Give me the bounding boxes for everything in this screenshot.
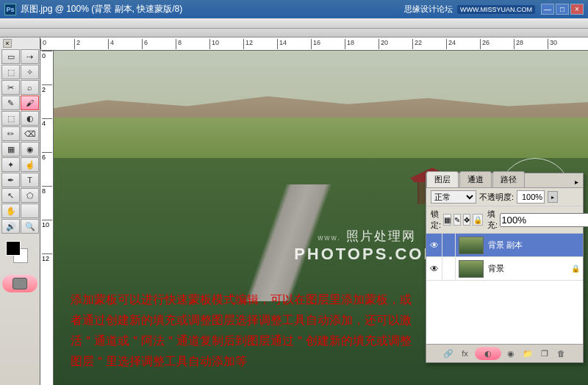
- brand-text: 思缘设计论坛: [404, 4, 453, 15]
- blur-tool[interactable]: ◉: [21, 142, 39, 156]
- panel-tabs: 图层 通道 路径 ▸: [426, 173, 583, 188]
- layer-thumb: [459, 260, 484, 278]
- titlebar: Ps 原图.jpg @ 100% (背景 副本, 快速蒙版/8) 思缘设计论坛 …: [0, 0, 588, 18]
- pen-tool[interactable]: ✒: [1, 173, 20, 187]
- blend-mode-select[interactable]: 正常: [431, 190, 476, 204]
- window-buttons: — □ ×: [541, 4, 584, 15]
- layer-link-cell[interactable]: [442, 257, 456, 281]
- watermark-cn: 照片处理网: [346, 229, 416, 243]
- notes-tool[interactable]: [21, 204, 39, 218]
- minimize-button[interactable]: —: [541, 4, 554, 15]
- watermark-www: www.: [318, 234, 341, 242]
- lasso-tool[interactable]: ⬚: [1, 65, 20, 79]
- gradient-tool[interactable]: ▦: [1, 142, 20, 156]
- shape-tool[interactable]: ⬠: [21, 188, 39, 203]
- brush-tool[interactable]: 🖌: [21, 96, 39, 110]
- layers-panel: 图层 通道 路径 ▸ 正常 不透明度: ▸ 锁定: ▦ ✎ ✥ 🔒 填充: ▸ …: [426, 173, 584, 363]
- opacity-label: 不透明度:: [479, 192, 514, 203]
- close-button[interactable]: ×: [570, 4, 584, 15]
- layer-item[interactable]: 👁背景🔒: [426, 257, 583, 281]
- new-layer-icon[interactable]: ❐: [537, 347, 552, 360]
- layer-panel-bottom: 🔗 fx ◐ ◉ 📁 ❐ 🗑: [426, 344, 583, 362]
- window-title: 原图.jpg @ 100% (背景 副本, 快速蒙版/8): [21, 3, 404, 15]
- layer-name: 背景: [487, 263, 571, 274]
- layer-link-cell[interactable]: [442, 234, 456, 257]
- quick-mask-button[interactable]: [2, 275, 37, 292]
- toolbox-close-icon[interactable]: ×: [3, 39, 12, 48]
- move-tool[interactable]: ⇢: [21, 49, 39, 64]
- type-tool[interactable]: T: [21, 173, 39, 187]
- opacity-arrow-icon[interactable]: ▸: [548, 191, 558, 203]
- ruler-vertical: 024681012: [40, 51, 54, 385]
- hand-tool[interactable]: ✋: [1, 204, 20, 218]
- eraser-tool[interactable]: ⌫: [21, 126, 39, 141]
- crop-tool[interactable]: ✂: [1, 80, 20, 95]
- heal-tool[interactable]: ✎: [1, 96, 20, 110]
- link-layers-icon[interactable]: 🔗: [441, 347, 456, 360]
- brand-url: WWW.MISSYUAN.COM: [457, 5, 535, 14]
- layer-list: 👁背景 副本👁背景🔒: [426, 234, 583, 344]
- fill-label: 填充:: [487, 209, 498, 231]
- visibility-icon[interactable]: 👁: [426, 234, 442, 257]
- toolbox: × ▭ ⇢ ⬚ ✧ ✂ ⌕ ✎ 🖌 ⬚ ◐ ✏ ⌫ ▦ ◉ ✦ ☝ ✒ T ↖ …: [0, 37, 40, 385]
- eyedrop-tool[interactable]: 🔊: [1, 219, 20, 234]
- pencil-tool[interactable]: ✏: [1, 126, 20, 141]
- lock-trans-icon[interactable]: ▦: [443, 214, 451, 226]
- lock-all-icon[interactable]: 🔒: [473, 214, 483, 226]
- group-icon[interactable]: 📁: [520, 347, 535, 360]
- slice-tool[interactable]: ⌕: [21, 80, 39, 95]
- watermark: www. 照片处理网 PHOTOPS.COM: [294, 228, 440, 264]
- tool-options-bar: [0, 29, 588, 37]
- fill-input[interactable]: [500, 213, 588, 227]
- tab-layers[interactable]: 图层: [426, 171, 459, 187]
- layer-item[interactable]: 👁背景 副本: [426, 234, 583, 257]
- watermark-en: PHOTOPS.COM: [294, 245, 440, 264]
- ruler-horizontal: 024681012141618202224262830: [40, 37, 588, 51]
- wand-tool[interactable]: ✧: [21, 65, 39, 79]
- history-brush-tool[interactable]: ◐: [21, 111, 39, 126]
- lock-label: 锁定:: [431, 209, 441, 231]
- quick-mask-icon: [12, 278, 27, 289]
- lock-paint-icon[interactable]: ✎: [453, 214, 461, 226]
- panel-menu-icon[interactable]: ▸: [570, 176, 583, 187]
- tab-channels[interactable]: 通道: [459, 171, 492, 187]
- layer-lock-icon: 🔒: [571, 265, 583, 273]
- fx-icon[interactable]: fx: [458, 347, 473, 360]
- foreground-color[interactable]: [6, 241, 21, 256]
- layer-name: 背景 副本: [487, 240, 571, 251]
- opacity-input[interactable]: [517, 190, 545, 204]
- brand: 思缘设计论坛 WWW.MISSYUAN.COM: [404, 4, 535, 15]
- layer-thumb: [459, 237, 484, 254]
- marquee-tool[interactable]: ▭: [1, 49, 20, 64]
- dodge-tool[interactable]: ✦: [1, 157, 20, 172]
- finger-tool[interactable]: ☝: [21, 157, 39, 172]
- adjustment-layer-icon[interactable]: ◉: [503, 347, 518, 360]
- menubar: [0, 18, 588, 29]
- visibility-icon[interactable]: 👁: [426, 257, 442, 281]
- zoom-tool[interactable]: 🔍: [21, 219, 39, 234]
- instruction-text: 添加蒙板可以进行快速蒙板模式编辑，可以在图层里添加蒙板，或者通过创建新的填充或调…: [66, 285, 426, 376]
- maximize-button[interactable]: □: [556, 4, 569, 15]
- ps-icon: Ps: [4, 4, 16, 15]
- tab-paths[interactable]: 路径: [492, 171, 525, 187]
- path-select-tool[interactable]: ↖: [1, 188, 20, 203]
- color-swatch[interactable]: [1, 240, 38, 269]
- lock-move-icon[interactable]: ✥: [463, 214, 470, 226]
- add-mask-icon[interactable]: ◐: [475, 347, 501, 360]
- stamp-tool[interactable]: ⬚: [1, 111, 20, 126]
- trash-icon[interactable]: 🗑: [554, 347, 569, 360]
